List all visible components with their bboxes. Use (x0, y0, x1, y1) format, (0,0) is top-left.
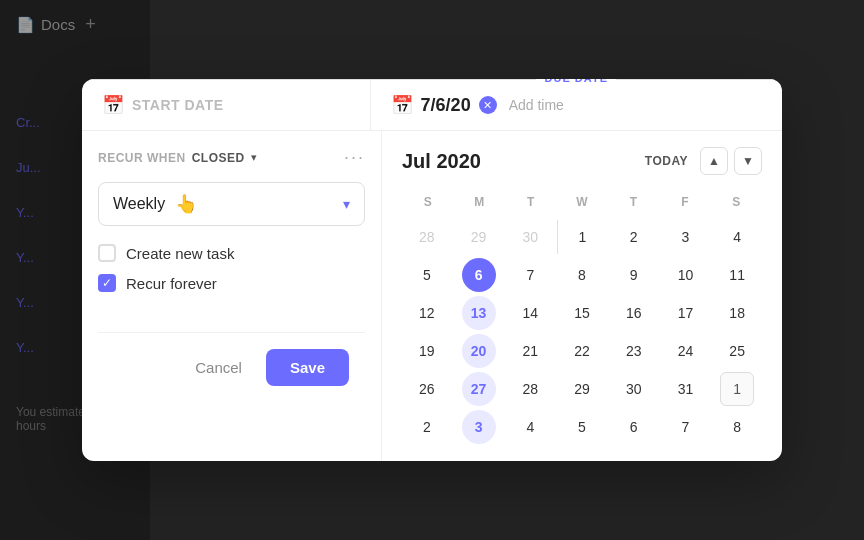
recur-forever-label: Recur forever (126, 275, 217, 292)
calendar-day[interactable]: 27 (462, 372, 496, 406)
calendar-day[interactable]: 19 (410, 334, 444, 368)
due-date-section: DUE DATE 📅 7/6/20 ✕ Add time (371, 80, 782, 130)
save-button[interactable]: Save (266, 349, 349, 386)
recur-header: RECUR WHEN CLOSED ▾ ··· (98, 147, 365, 168)
weekday-sat: S (711, 191, 762, 213)
calendar-day[interactable]: 6 (617, 410, 651, 444)
modal-overlay: 📅 START DATE DUE DATE 📅 7/6/20 ✕ Add tim… (0, 0, 864, 540)
calendar-day[interactable]: 5 (565, 410, 599, 444)
calendar-day[interactable]: 15 (565, 296, 599, 330)
calendar-icon: 📅 (102, 94, 124, 116)
frequency-dropdown[interactable]: Weekly 👆 ▾ (98, 182, 365, 226)
close-icon: ✕ (479, 96, 497, 114)
clear-due-date-button[interactable]: ✕ (479, 96, 497, 114)
calendar-day[interactable]: 23 (617, 334, 651, 368)
calendar-day[interactable]: 17 (668, 296, 702, 330)
calendar-day[interactable]: 31 (668, 372, 702, 406)
dropdown-chevron-icon: ▾ (343, 196, 350, 212)
calendar-day[interactable]: 30 (513, 220, 547, 254)
calendar-navigation: TODAY ▲ ▼ (639, 147, 762, 175)
calendar-day[interactable]: 29 (565, 372, 599, 406)
calendar-day[interactable]: 26 (410, 372, 444, 406)
calendar-day[interactable]: 1 (557, 220, 607, 254)
calendar-day[interactable]: 2 (410, 410, 444, 444)
calendar-panel: Jul 2020 TODAY ▲ ▼ S M T W T F (382, 131, 782, 461)
calendar-day[interactable]: 16 (617, 296, 651, 330)
start-date-section[interactable]: 📅 START DATE (82, 80, 371, 130)
calendar-day[interactable]: 2 (617, 220, 651, 254)
recur-closed-label: CLOSED (192, 151, 245, 165)
calendar-day[interactable]: 24 (668, 334, 702, 368)
calendar-day[interactable]: 3 (668, 220, 702, 254)
calendar-day[interactable]: 3 (462, 410, 496, 444)
create-task-row[interactable]: Create new task (98, 244, 365, 262)
weekday-fri: F (659, 191, 710, 213)
next-month-button[interactable]: ▼ (734, 147, 762, 175)
frequency-label: Weekly 👆 (113, 193, 197, 215)
calendar-day[interactable]: 28 (513, 372, 547, 406)
recur-chevron-icon[interactable]: ▾ (251, 151, 257, 164)
action-buttons: Cancel Save (98, 332, 365, 402)
today-button[interactable]: TODAY (639, 150, 694, 172)
create-task-label: Create new task (126, 245, 234, 262)
main-content: RECUR WHEN CLOSED ▾ ··· Weekly 👆 ▾ C (82, 131, 782, 461)
calendar-day[interactable]: 5 (410, 258, 444, 292)
recur-label: RECUR WHEN (98, 151, 186, 165)
calendar-day[interactable]: 8 (565, 258, 599, 292)
recur-forever-row[interactable]: ✓ Recur forever (98, 274, 365, 292)
more-options-button[interactable]: ··· (344, 147, 365, 168)
calendar-weekdays: S M T W T F S (402, 191, 762, 213)
weekday-sun: S (402, 191, 453, 213)
calendar-day[interactable]: 14 (513, 296, 547, 330)
calendar-day[interactable]: 8 (720, 410, 754, 444)
calendar-day[interactable]: 20 (462, 334, 496, 368)
calendar-day[interactable]: 18 (720, 296, 754, 330)
weekday-thu: T (608, 191, 659, 213)
calendar-day[interactable]: 4 (720, 220, 754, 254)
calendar-day[interactable]: 10 (668, 258, 702, 292)
calendar-day[interactable]: 7 (668, 410, 702, 444)
weekday-wed: W (556, 191, 607, 213)
calendar-day[interactable]: 25 (720, 334, 754, 368)
calendar-day[interactable]: 9 (617, 258, 651, 292)
due-date-value: 7/6/20 (421, 95, 471, 116)
calendar-day[interactable]: 13 (462, 296, 496, 330)
calendar-day[interactable]: 11 (720, 258, 754, 292)
cursor-icon: 👆 (175, 193, 197, 215)
due-date-top-label: DUE DATE (537, 79, 616, 86)
add-time-button[interactable]: Add time (509, 97, 564, 113)
start-date-label: START DATE (132, 97, 224, 113)
recur-forever-checkbox[interactable]: ✓ (98, 274, 116, 292)
date-picker-modal: 📅 START DATE DUE DATE 📅 7/6/20 ✕ Add tim… (82, 79, 782, 461)
calendar-days: 2829301234567891011121314151617181920212… (402, 219, 762, 445)
create-task-checkbox[interactable] (98, 244, 116, 262)
calendar-day[interactable]: 21 (513, 334, 547, 368)
due-date-calendar-icon: 📅 (391, 94, 413, 116)
date-row: 📅 START DATE DUE DATE 📅 7/6/20 ✕ Add tim… (82, 79, 782, 131)
calendar-day[interactable]: 4 (513, 410, 547, 444)
left-panel: RECUR WHEN CLOSED ▾ ··· Weekly 👆 ▾ C (82, 131, 382, 461)
calendar-day[interactable]: 29 (462, 220, 496, 254)
prev-month-button[interactable]: ▲ (700, 147, 728, 175)
weekday-tue: T (505, 191, 556, 213)
calendar-day[interactable]: 28 (410, 220, 444, 254)
calendar-day[interactable]: 1 (720, 372, 754, 406)
calendar-day[interactable]: 6 (462, 258, 496, 292)
calendar-day[interactable]: 22 (565, 334, 599, 368)
calendar-header: Jul 2020 TODAY ▲ ▼ (402, 147, 762, 175)
cancel-button[interactable]: Cancel (183, 351, 254, 384)
calendar-day[interactable]: 30 (617, 372, 651, 406)
calendar-grid: S M T W T F S 28293012345678910111213141… (402, 191, 762, 445)
calendar-day[interactable]: 7 (513, 258, 547, 292)
calendar-day[interactable]: 12 (410, 296, 444, 330)
weekday-mon: M (453, 191, 504, 213)
calendar-month-year: Jul 2020 (402, 150, 481, 173)
